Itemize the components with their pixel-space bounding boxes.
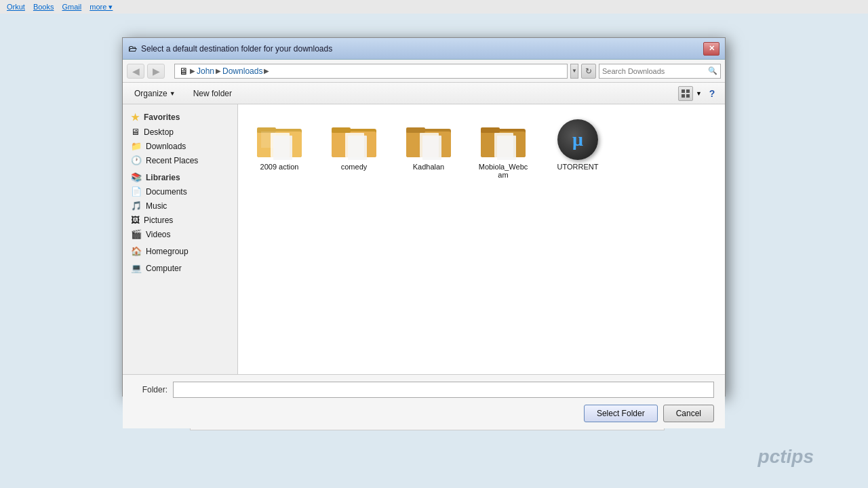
sidebar-item-pictures[interactable]: 🖼 Pictures (123, 213, 237, 227)
new-folder-button[interactable]: New folder (187, 86, 238, 101)
files-area: 2009 action comedy (238, 104, 725, 374)
homegroup-section: 🏠 Homegroup (123, 244, 237, 258)
folder-comedy[interactable]: comedy (323, 115, 384, 183)
libraries-icon: 📚 (131, 172, 142, 182)
homegroup-icon: 🏠 (131, 246, 142, 256)
svg-rect-9 (273, 136, 292, 160)
svg-rect-1 (686, 89, 690, 93)
nav-link-orkut[interactable]: Orkut (7, 3, 25, 11)
help-button[interactable]: ? (705, 86, 719, 101)
recent-places-icon: 🕐 (131, 155, 142, 165)
libraries-header: 📚 Libraries (123, 170, 237, 184)
pctips-watermark: pctips (758, 446, 814, 468)
cancel-button[interactable]: Cancel (663, 405, 714, 422)
forward-button[interactable]: ▶ (147, 64, 165, 79)
sidebar-item-music[interactable]: 🎵 Music (123, 199, 237, 213)
svg-rect-0 (682, 89, 685, 93)
svg-rect-3 (686, 94, 690, 98)
computer-icon: 💻 (131, 263, 142, 273)
folder-path-input[interactable] (173, 382, 714, 398)
folder-mobiola-webcam[interactable]: Mobiola_Webcam (473, 115, 534, 183)
view-dropdown-icon[interactable]: ▼ (696, 90, 702, 97)
documents-label: Documents (146, 187, 187, 197)
back-button[interactable]: ◀ (127, 64, 144, 79)
breadcrumb-dropdown[interactable]: ▼ (570, 64, 578, 79)
pictures-label: Pictures (144, 216, 173, 225)
breadcrumb[interactable]: 🖥 ▶ John ▶ Downloads ▶ (174, 64, 568, 79)
search-box[interactable]: 🔍 (599, 64, 721, 79)
svg-rect-17 (406, 127, 425, 133)
view-icon (682, 89, 690, 98)
breadcrumb-arrow-2: ▶ (216, 67, 221, 75)
folder-input-row: Folder: (134, 382, 714, 398)
breadcrumb-john[interactable]: John (197, 66, 214, 76)
new-folder-label: New folder (193, 89, 232, 98)
sidebar-item-homegroup[interactable]: 🏠 Homegroup (123, 244, 237, 258)
desktop-icon: 🖥 (131, 127, 140, 137)
dialog-bottom-area: Folder: Select Folder Cancel (123, 374, 725, 428)
folder-select-dialog: 🗁 Select a default destination folder fo… (122, 37, 726, 396)
breadcrumb-root-icon: 🖥 (179, 66, 189, 77)
favorites-star-icon: ★ (131, 112, 140, 123)
address-bar: ◀ ▶ 🖥 ▶ John ▶ Downloads ▶ ▼ ↻ 🔍 (123, 60, 725, 83)
sidebar: ★ Favorites 🖥 Desktop 📁 Downloads 🕐 Rece… (123, 104, 238, 374)
music-label: Music (146, 201, 167, 211)
dialog-title-text: Select a default destination folder for … (141, 44, 332, 54)
select-folder-button[interactable]: Select Folder (584, 405, 658, 422)
nav-link-more[interactable]: more ▾ (90, 3, 113, 12)
dialog-title-icon: 🗁 (128, 43, 137, 54)
favorites-header: ★ Favorites (123, 110, 237, 125)
folder-input-label: Folder: (134, 385, 167, 394)
folder-utorrent[interactable]: μ UTORRENT (547, 115, 608, 183)
computer-label: Computer (146, 264, 182, 273)
libraries-label: Libraries (146, 173, 180, 182)
refresh-button[interactable]: ↻ (581, 64, 596, 79)
music-icon: 🎵 (131, 201, 142, 211)
sidebar-item-desktop[interactable]: 🖥 Desktop (123, 125, 237, 139)
sidebar-item-documents[interactable]: 📄 Documents (123, 184, 237, 199)
dialog-close-button[interactable]: ✕ (703, 42, 719, 56)
folder-kadhalan[interactable]: Kadhalan (398, 115, 459, 183)
sidebar-item-videos[interactable]: 🎬 Videos (123, 227, 237, 241)
folder-icon-mobiola-webcam (479, 119, 527, 160)
nav-link-gmail[interactable]: Gmail (62, 3, 81, 11)
svg-rect-24 (497, 136, 516, 160)
svg-rect-12 (332, 127, 351, 133)
breadcrumb-downloads[interactable]: Downloads (222, 66, 262, 76)
favorites-label: Favorites (144, 113, 180, 122)
folder-label-kadhalan: Kadhalan (413, 163, 445, 171)
utorrent-icon: μ (557, 119, 598, 160)
title-bar-left: 🗁 Select a default destination folder fo… (128, 43, 332, 54)
svg-rect-14 (348, 136, 367, 160)
computer-section: 💻 Computer (123, 261, 237, 275)
folder-2009-action[interactable]: 2009 action (249, 115, 310, 183)
folder-icon-kadhalan (405, 119, 452, 160)
svg-rect-19 (422, 136, 441, 160)
libraries-section: 📚 Libraries 📄 Documents 🎵 Music 🖼 Pictur… (123, 170, 237, 241)
documents-icon: 📄 (131, 186, 142, 197)
homegroup-label: Homegroup (146, 247, 189, 256)
view-options-button[interactable] (678, 86, 693, 101)
toolbar: Organize ▼ New folder ▼ ? (123, 83, 725, 104)
favorites-section: ★ Favorites 🖥 Desktop 📁 Downloads 🕐 Rece… (123, 110, 237, 167)
main-area: ★ Favorites 🖥 Desktop 📁 Downloads 🕐 Rece… (123, 104, 725, 374)
downloads-icon: 📁 (131, 141, 142, 151)
sidebar-item-recent-places[interactable]: 🕐 Recent Places (123, 153, 237, 167)
organize-dropdown-icon: ▼ (170, 90, 176, 97)
sidebar-item-downloads[interactable]: 📁 Downloads (123, 139, 237, 153)
organize-button[interactable]: Organize ▼ (128, 86, 182, 101)
search-icon: 🔍 (708, 66, 717, 75)
folder-icon-2009-action (256, 119, 303, 160)
breadcrumb-arrow-1: ▶ (190, 67, 195, 75)
browser-nav: Orkut Books Gmail more ▾ (0, 0, 868, 14)
toolbar-right: ▼ ? (678, 86, 719, 101)
dialog-title-bar: 🗁 Select a default destination folder fo… (123, 38, 725, 60)
nav-link-books[interactable]: Books (33, 3, 54, 11)
videos-label: Videos (146, 230, 170, 239)
dialog-button-row: Select Folder Cancel (134, 405, 714, 422)
folder-label-comedy: comedy (341, 163, 368, 171)
folder-label-utorrent: UTORRENT (557, 163, 599, 171)
downloads-label: Downloads (146, 142, 186, 151)
search-input[interactable] (602, 67, 705, 75)
sidebar-item-computer[interactable]: 💻 Computer (123, 261, 237, 275)
